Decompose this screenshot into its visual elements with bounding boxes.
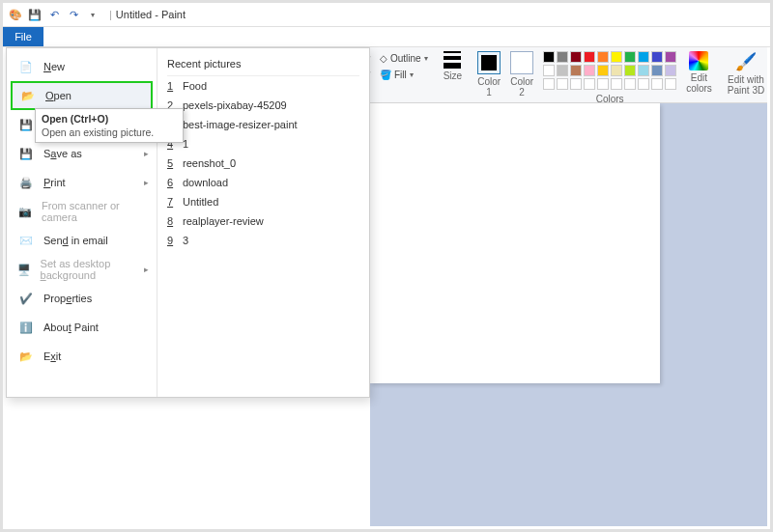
- file-menu-saveas[interactable]: 💾Save as▸: [11, 139, 153, 168]
- about-icon: ℹ️: [16, 318, 36, 337]
- file-menu-item-label: Save as: [43, 148, 82, 159]
- file-menu-about[interactable]: ℹ️About Paint: [11, 313, 153, 342]
- color-cell[interactable]: [651, 65, 663, 76]
- recent-item[interactable]: 5reenshot_0: [167, 154, 359, 173]
- color-cell[interactable]: [543, 65, 555, 76]
- below-menu-area: [6, 398, 370, 526]
- size-button[interactable]: Size: [440, 51, 466, 81]
- color-cell[interactable]: [611, 78, 622, 90]
- recent-item[interactable]: 3best-image-resizer-paint: [167, 115, 359, 134]
- color-cell[interactable]: [624, 65, 636, 76]
- outline-icon: ◇: [380, 53, 387, 64]
- color-cell[interactable]: [624, 78, 636, 90]
- recent-label: realplayer-review: [183, 215, 264, 227]
- recent-label: Food: [183, 80, 207, 92]
- file-menu-exit[interactable]: 📂Exit: [11, 342, 153, 371]
- undo-icon[interactable]: ↶: [47, 8, 61, 21]
- recent-item[interactable]: 41: [167, 134, 359, 154]
- color-cell[interactable]: [665, 65, 676, 76]
- open-tooltip: Open (Ctrl+O) Open an existing picture.: [35, 108, 184, 143]
- color-cell[interactable]: [638, 51, 649, 63]
- fill-button[interactable]: 🪣 Fill ▾: [376, 68, 432, 82]
- separator: |: [109, 9, 112, 20]
- recent-index: 7: [167, 196, 177, 208]
- tooltip-title: Open (Ctrl+O): [42, 113, 177, 125]
- file-menu-item-label: New: [43, 61, 65, 72]
- submenu-arrow-icon: ▸: [144, 149, 149, 158]
- file-menu-item-label: From scanner or camera: [42, 200, 147, 223]
- chevron-down-icon: ▾: [410, 70, 414, 79]
- email-icon: ✉️: [16, 231, 36, 250]
- color-cell[interactable]: [611, 65, 622, 76]
- scanner-icon: 📷: [16, 202, 34, 221]
- file-menu-properties[interactable]: ✔️Properties: [11, 284, 153, 313]
- color1-button[interactable]: Color 1: [473, 51, 504, 98]
- file-tab[interactable]: File: [3, 27, 43, 46]
- color-cell[interactable]: [638, 78, 649, 90]
- recent-label: download: [183, 177, 228, 188]
- color-cell[interactable]: [597, 65, 609, 76]
- redo-icon[interactable]: ↷: [67, 8, 80, 21]
- color-cell[interactable]: [611, 51, 622, 63]
- qat-dropdown-icon[interactable]: ▾: [86, 8, 100, 21]
- color-cell[interactable]: [557, 51, 568, 63]
- paint-app-icon: 🎨: [9, 8, 22, 21]
- color-cell[interactable]: [651, 78, 663, 90]
- color-cell[interactable]: [570, 51, 582, 63]
- color-cell[interactable]: [543, 51, 555, 63]
- color-cell[interactable]: [638, 65, 649, 76]
- save-icon[interactable]: 💾: [28, 8, 42, 21]
- size-icon: [444, 51, 461, 69]
- color-cell[interactable]: [570, 78, 582, 90]
- color-cell[interactable]: [584, 65, 595, 76]
- submenu-arrow-icon: ▸: [144, 265, 149, 274]
- file-menu-new[interactable]: 📄New: [11, 52, 153, 81]
- print-icon: 🖨️: [16, 173, 36, 192]
- new-icon: 📄: [16, 57, 36, 76]
- color-cell[interactable]: [584, 78, 595, 90]
- file-menu-item-label: Exit: [43, 350, 61, 362]
- recent-label: pexels-pixabay-45209: [183, 99, 287, 111]
- file-menu: 📄New📂Open💾Save💾Save as▸🖨️Print▸📷From sca…: [6, 47, 370, 398]
- properties-icon: ✔️: [16, 289, 36, 308]
- color-cell[interactable]: [584, 51, 595, 63]
- recent-item[interactable]: 2pexels-pixabay-45209: [167, 96, 359, 115]
- outline-button[interactable]: ◇ Outline ▾: [376, 51, 432, 66]
- color-cell[interactable]: [557, 65, 568, 76]
- outline-label: Outline: [390, 53, 421, 64]
- recent-index: 9: [167, 235, 177, 246]
- recent-item[interactable]: 7Untitled: [167, 192, 359, 211]
- color-palette[interactable]: [543, 51, 676, 92]
- desktop-icon: 🖥️: [16, 260, 33, 279]
- color-cell[interactable]: [665, 51, 676, 63]
- paint3d-icon: 🖌️: [735, 51, 757, 72]
- recent-header: Recent pictures: [167, 54, 359, 76]
- file-menu-desktop: 🖥️Set as desktop background▸: [11, 255, 153, 284]
- fill-icon: 🪣: [380, 70, 391, 80]
- color-cell[interactable]: [651, 51, 663, 63]
- canvas[interactable]: [370, 103, 660, 383]
- file-menu-item-label: Send in email: [43, 235, 108, 246]
- edit-paint3d-button[interactable]: 🖌️ Edit with Paint 3D: [724, 51, 768, 96]
- color2-button[interactable]: Color 2: [506, 51, 537, 98]
- color-cell[interactable]: [624, 51, 636, 63]
- color-cell[interactable]: [597, 78, 609, 90]
- file-menu-commands: 📄New📂Open💾Save💾Save as▸🖨️Print▸📷From sca…: [7, 48, 157, 397]
- file-menu-email[interactable]: ✉️Send in email: [11, 226, 153, 255]
- edit-colors-icon: [689, 51, 708, 70]
- saveas-icon: 💾: [16, 144, 36, 163]
- edit-colors-button[interactable]: Edit colors: [682, 51, 716, 94]
- fill-label: Fill: [394, 70, 407, 80]
- recent-item[interactable]: 8realplayer-review: [167, 211, 359, 231]
- color-cell[interactable]: [597, 51, 609, 63]
- recent-item[interactable]: 1Food: [167, 76, 359, 96]
- file-menu-open[interactable]: 📂Open: [11, 81, 153, 110]
- color-cell[interactable]: [543, 78, 555, 90]
- color-cell[interactable]: [665, 78, 676, 90]
- recent-item[interactable]: 93: [167, 231, 359, 250]
- color-cell[interactable]: [557, 78, 568, 90]
- color-cell[interactable]: [570, 65, 582, 76]
- recent-item[interactable]: 6download: [167, 173, 359, 192]
- file-menu-print[interactable]: 🖨️Print▸: [11, 168, 153, 197]
- recent-index: 1: [167, 80, 177, 92]
